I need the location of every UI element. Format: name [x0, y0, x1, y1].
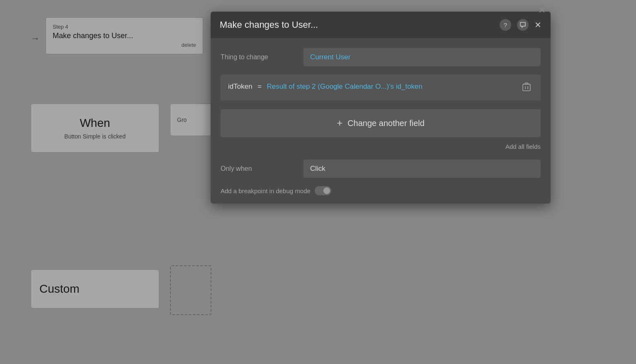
- assignment-key: idToken: [228, 83, 252, 90]
- backdrop-close-icon[interactable]: ✕: [538, 5, 546, 16]
- assignment-row: idToken = Result of step 2 (Google Calen…: [221, 75, 541, 101]
- modal-dialog: Make changes to User... ? ✕ Thing to cha…: [211, 12, 551, 204]
- thing-to-change-value: Current User: [310, 53, 350, 61]
- help-icon[interactable]: ?: [500, 19, 511, 31]
- modal-title: Make changes to User...: [220, 19, 318, 30]
- thing-to-change-row: Thing to change Current User: [221, 48, 541, 66]
- only-when-label: Only when: [221, 165, 303, 172]
- change-another-field-button[interactable]: + Change another field: [221, 109, 541, 137]
- toggle-knob: [323, 187, 330, 194]
- breakpoint-row: Add a breakpoint in debug mode: [221, 186, 541, 195]
- only-when-row: Only when Click: [221, 160, 541, 178]
- modal-header-icons: ? ✕: [500, 19, 541, 31]
- svg-rect-0: [523, 84, 530, 91]
- thing-to-change-value-box[interactable]: Current User: [303, 48, 541, 66]
- thing-to-change-label: Thing to change: [221, 53, 303, 61]
- only-when-value: Click: [310, 165, 325, 172]
- change-field-label: Change another field: [347, 119, 425, 128]
- modal-header: Make changes to User... ? ✕: [211, 12, 551, 38]
- breakpoint-toggle[interactable]: [315, 186, 331, 195]
- assignment-content: idToken = Result of step 2 (Google Calen…: [228, 81, 520, 92]
- only-when-value-box[interactable]: Click: [303, 160, 541, 178]
- add-all-fields-row: Add all fields: [221, 143, 541, 150]
- assignment-delete-icon[interactable]: [520, 81, 533, 94]
- comment-icon[interactable]: [517, 19, 529, 31]
- close-button[interactable]: ✕: [534, 20, 541, 30]
- assignment-eq: =: [257, 83, 262, 90]
- plus-icon: +: [337, 117, 342, 129]
- breakpoint-label: Add a breakpoint in debug mode: [221, 187, 311, 194]
- add-all-fields-link[interactable]: Add all fields: [505, 143, 541, 150]
- modal-body: Thing to change Current User idToken = R…: [211, 38, 551, 204]
- assignment-value[interactable]: Result of step 2 (Google Calendar O...)'…: [267, 83, 422, 90]
